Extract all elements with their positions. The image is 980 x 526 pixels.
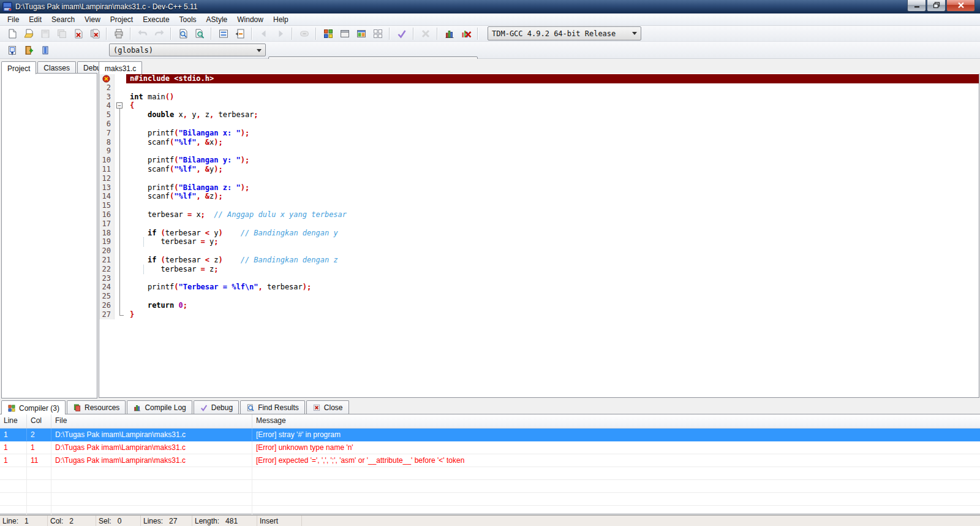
- menu-item-file[interactable]: File: [2, 14, 24, 25]
- tab-classes[interactable]: Classes: [37, 61, 76, 74]
- gutter-cell: 25: [99, 292, 114, 301]
- code-line: 2: [99, 83, 979, 93]
- open-file-button[interactable]: [21, 26, 36, 40]
- code-text: }: [126, 310, 979, 319]
- code-line: 25: [99, 292, 979, 301]
- tab-close[interactable]: Close: [306, 400, 349, 414]
- options-ellipsis-button[interactable]: [296, 26, 312, 40]
- column-header-message[interactable]: Message: [252, 414, 980, 428]
- goto-bookmark-icon: [40, 45, 51, 56]
- close-button[interactable]: [946, 0, 975, 12]
- toggle-bookmark-icon: [23, 45, 34, 56]
- close-file-icon: [73, 28, 84, 39]
- profile-analysis-button[interactable]: [442, 26, 457, 40]
- menu-item-window[interactable]: Window: [232, 14, 268, 25]
- column-header-col[interactable]: Col: [27, 414, 51, 428]
- fold-line: [119, 283, 120, 292]
- code-editor[interactable]: n#include <stdio.h>23int main()4−{5 doub…: [99, 74, 979, 398]
- save-button[interactable]: [37, 26, 53, 40]
- new-file-button[interactable]: [4, 26, 20, 40]
- syntax-check-icon: [396, 28, 407, 39]
- gutter-cell: 8: [99, 138, 114, 147]
- goto-bookmark-button[interactable]: [37, 43, 53, 57]
- code-text: [126, 292, 979, 301]
- forward-button[interactable]: [273, 26, 288, 40]
- find-button[interactable]: [175, 26, 190, 40]
- code-text: return 0;: [126, 301, 979, 310]
- fold-column: [114, 274, 126, 283]
- code-line: 26 return 0;: [99, 301, 979, 310]
- delete-profiling-button[interactable]: [458, 26, 473, 40]
- find-in-files-button[interactable]: [192, 26, 207, 40]
- restore-button[interactable]: [927, 0, 946, 12]
- column-header-file[interactable]: File: [51, 414, 252, 428]
- table-cell: 1: [27, 441, 51, 454]
- table-cell: [0, 493, 27, 505]
- table-cell: [51, 480, 252, 492]
- rebuild-all-button[interactable]: [370, 26, 385, 40]
- run-icon: [339, 28, 350, 39]
- back-button[interactable]: [256, 26, 271, 40]
- close-all-files-button[interactable]: [87, 26, 102, 40]
- tab-find-results[interactable]: Find Results: [240, 400, 305, 414]
- abort-button[interactable]: [418, 26, 433, 40]
- compile-and-run-button[interactable]: [353, 26, 369, 40]
- replace-button[interactable]: [216, 26, 231, 40]
- code-text: terbesar = x; // Anggap dulu x yang terb…: [126, 210, 979, 219]
- goto-line-button[interactable]: [232, 26, 247, 40]
- fold-column: −: [114, 101, 126, 110]
- code-line: 22 terbesar = z;: [99, 265, 979, 274]
- tab-resources[interactable]: Resources: [67, 400, 126, 414]
- fold-line: [119, 274, 120, 283]
- menu-item-project[interactable]: Project: [105, 14, 138, 25]
- tab-compiler[interactable]: Compiler (3): [1, 400, 66, 414]
- print-button[interactable]: [111, 26, 126, 40]
- code-text: scanf("%lf", &z);: [126, 192, 979, 201]
- code-line: 13 printf("Bilangan z: ");: [99, 183, 979, 192]
- code-text: [126, 219, 979, 229]
- toggle-bookmark-button[interactable]: [21, 43, 36, 57]
- compiler-profile-select[interactable]: TDM-GCC 4.9.2 64-bit Release: [488, 26, 641, 40]
- syntax-check-button[interactable]: [394, 26, 409, 40]
- minimize-button[interactable]: [907, 0, 926, 12]
- menu-item-tools[interactable]: Tools: [175, 14, 202, 25]
- run-button[interactable]: [337, 26, 352, 40]
- error-row[interactable]: 111D:\Tugas Pak imam\Lampiran\maks31.c[E…: [0, 454, 980, 467]
- menu-item-view[interactable]: View: [80, 14, 105, 25]
- globals-select[interactable]: (globals): [109, 44, 266, 56]
- status-sel: Sel:0: [96, 516, 141, 526]
- empty-row: [0, 493, 980, 506]
- status-sel-value: 0: [118, 517, 122, 525]
- window-controls: [907, 0, 975, 12]
- tab-compile-log[interactable]: Compile Log: [127, 400, 192, 414]
- column-header-line[interactable]: Line: [0, 414, 27, 428]
- menu-item-edit[interactable]: Edit: [24, 14, 47, 25]
- menu-item-astyle[interactable]: AStyle: [202, 14, 233, 25]
- compile-log-icon: [133, 403, 141, 412]
- save-all-button[interactable]: [54, 26, 69, 40]
- tab-project[interactable]: Project: [1, 61, 36, 74]
- toolbar-separator: [477, 28, 478, 40]
- code-text: printf("Terbesar = %lf\n", terbesar);: [126, 283, 979, 292]
- undo-button[interactable]: [135, 26, 150, 40]
- menu-item-execute[interactable]: Execute: [138, 14, 174, 25]
- editor-tab-maks31c[interactable]: maks31.c: [99, 61, 142, 74]
- tab-debug[interactable]: Debug: [194, 400, 239, 414]
- compile-button[interactable]: [320, 26, 336, 40]
- code-text: printf("Bilangan z: ");: [126, 183, 979, 192]
- error-row[interactable]: 11D:\Tugas Pak imam\Lampiran\maks31.c[Er…: [0, 441, 980, 454]
- fold-column: [114, 156, 126, 165]
- gutter-cell: 15: [99, 201, 114, 210]
- menu-item-help[interactable]: Help: [268, 14, 293, 25]
- error-row[interactable]: 12D:\Tugas Pak imam\Lampiran\maks31.c[Er…: [0, 429, 980, 441]
- menu-item-search[interactable]: Search: [47, 14, 80, 25]
- redo-button[interactable]: [151, 26, 167, 40]
- fold-collapse-icon[interactable]: −: [116, 102, 123, 109]
- insert-snippet-button[interactable]: [4, 43, 20, 57]
- project-panel[interactable]: [1, 73, 97, 398]
- rebuild-all-icon: [372, 28, 383, 39]
- close-file-button[interactable]: [70, 26, 86, 40]
- toolbar-separator: [106, 28, 107, 40]
- fold-line: [119, 174, 120, 183]
- table-body: 12D:\Tugas Pak imam\Lampiran\maks31.c[Er…: [0, 429, 980, 519]
